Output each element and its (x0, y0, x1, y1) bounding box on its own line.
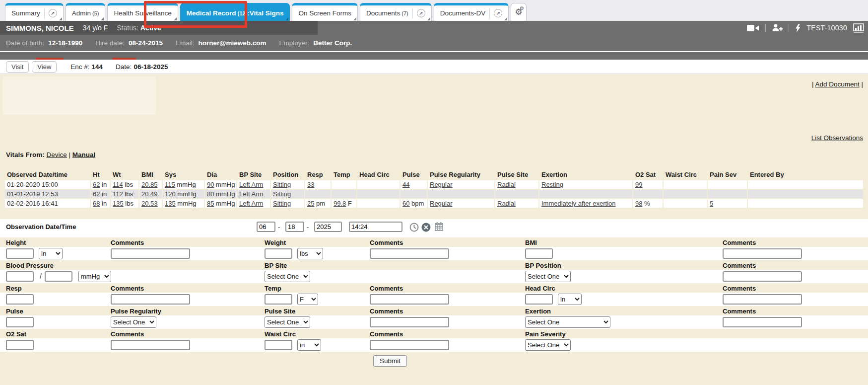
vitals-value-link[interactable]: 62 (93, 181, 100, 188)
vitals-value-link[interactable]: 120 (165, 190, 176, 198)
bp-site-select[interactable]: Select One (265, 271, 310, 282)
tab-documents[interactable]: Documents (7) ↗ (360, 3, 432, 21)
resp-input[interactable] (6, 294, 34, 305)
tab-medical-record-suffix: :Vital Signs (247, 9, 283, 17)
weight-unit-select[interactable]: lbs (297, 248, 323, 259)
vitals-value-link[interactable]: 115 (165, 181, 175, 188)
bp-diastolic-input[interactable] (45, 271, 72, 282)
obs-time-input[interactable] (349, 222, 402, 232)
tab-on-screen-forms[interactable]: On Screen Forms (292, 3, 358, 21)
vitals-value-link[interactable]: Sitting (273, 181, 291, 188)
add-person-icon[interactable] (772, 24, 783, 32)
bmi-input[interactable] (525, 248, 553, 259)
settings-gears-icon[interactable]: ⚙⚙ (511, 3, 527, 21)
vitals-value-link[interactable]: Regular (430, 200, 453, 207)
height-unit-select[interactable]: in (39, 248, 63, 259)
tab-medical-record-active[interactable]: Medical Record (12) :Vital Signs (180, 3, 290, 21)
manual-link[interactable]: Manual (72, 151, 96, 158)
vitals-value-link[interactable]: Left Arm (239, 181, 263, 188)
tab-summary[interactable]: Summary ↗ (5, 3, 64, 21)
vitals-value-link[interactable]: 44 (402, 181, 409, 188)
popout-icon[interactable]: ↗ (494, 9, 502, 17)
exertion-comments-input[interactable] (723, 317, 802, 327)
height-input[interactable] (6, 248, 34, 259)
obs-month-input[interactable] (257, 222, 275, 232)
pain-severity-select[interactable]: Select One (525, 339, 571, 351)
obs-year-input[interactable] (314, 222, 342, 232)
clock-icon[interactable] (409, 223, 419, 232)
vitals-col-header: BMI (139, 171, 163, 179)
pulse-input[interactable] (6, 317, 34, 327)
vitals-value-link[interactable]: Sitting (273, 190, 291, 198)
add-document-link[interactable]: Add Document (815, 80, 859, 88)
vitals-value-link[interactable]: 99 (635, 181, 642, 188)
list-observations-link[interactable]: List Observations (811, 134, 863, 142)
pulse-comments-input[interactable] (370, 317, 449, 327)
vitals-value-link[interactable]: 25 (307, 200, 314, 207)
obs-day-input[interactable] (285, 222, 304, 232)
vitals-value-link[interactable]: 20.85 (141, 181, 158, 188)
vitals-value-link[interactable]: 135 (113, 200, 124, 207)
chart-icon[interactable] (853, 23, 864, 33)
vitals-value-link[interactable]: 5 (710, 200, 713, 207)
vitals-value-link[interactable]: 90 (207, 181, 214, 188)
popout-icon[interactable]: ↗ (417, 9, 425, 17)
device-link[interactable]: Device (47, 151, 67, 158)
waist-circ-unit-select[interactable]: in (297, 339, 321, 351)
temp-input[interactable] (265, 294, 292, 305)
view-button[interactable]: View (32, 61, 57, 73)
vitals-value-link[interactable]: 68 (93, 200, 100, 207)
bp-position-select[interactable]: Select One (525, 271, 571, 282)
vitals-value-link[interactable]: 20.53 (141, 200, 158, 207)
vitals-value-link[interactable]: 33 (307, 181, 314, 188)
bp-systolic-input[interactable] (6, 271, 34, 282)
temp-comments-input[interactable] (370, 294, 449, 305)
vitals-value-link[interactable]: 114 (113, 181, 123, 188)
vitals-value-link[interactable]: Left Arm (239, 190, 263, 198)
temp-unit-select[interactable]: F (297, 294, 318, 305)
pulse-site-select[interactable]: Select One (265, 316, 310, 328)
vitals-value-link[interactable]: Left Arm (239, 200, 263, 207)
head-circ-input[interactable] (525, 294, 553, 305)
calendar-icon[interactable] (434, 222, 444, 231)
tab-documents-dv[interactable]: Documents-DV ↗ (434, 3, 509, 21)
weight-comments-input[interactable] (370, 248, 449, 259)
waist-circ-comments-input[interactable] (370, 340, 449, 350)
vitals-value-link[interactable]: Radial (497, 200, 516, 207)
vitals-value-link[interactable]: 62 (93, 190, 100, 198)
video-camera-icon[interactable] (747, 24, 759, 32)
vitals-value-link[interactable]: 98 (635, 200, 642, 207)
tab-health-surveillance[interactable]: Health Surveillance (107, 3, 178, 21)
popout-icon[interactable]: ↗ (49, 9, 57, 17)
bp-unit-select[interactable]: mmHg (78, 271, 111, 282)
resp-comments-input[interactable] (111, 294, 190, 305)
vitals-value-link[interactable]: Resting (541, 181, 563, 188)
clear-x-icon[interactable] (421, 223, 431, 232)
o2-sat-comments-input[interactable] (111, 340, 190, 350)
waist-circ-input[interactable] (265, 340, 292, 350)
vitals-value-link[interactable]: 99.8 (334, 200, 346, 207)
vitals-value-link[interactable]: Regular (430, 181, 453, 188)
visit-button[interactable]: Visit (6, 61, 29, 73)
lightning-bolt-icon[interactable] (795, 24, 801, 32)
bmi-comments-input[interactable] (723, 248, 802, 259)
height-comments-input[interactable] (111, 248, 190, 259)
vitals-value-link[interactable]: 80 (207, 190, 214, 198)
vitals-value-link[interactable]: Immediately after exertion (541, 200, 616, 207)
vitals-value-link[interactable]: 85 (207, 200, 214, 207)
submit-button[interactable]: Submit (373, 355, 407, 367)
o2-sat-input[interactable] (6, 340, 34, 350)
bp-comments-input[interactable] (723, 271, 802, 282)
vitals-value-link[interactable]: 112 (113, 190, 123, 198)
pulse-regularity-select[interactable]: Select One (111, 316, 156, 328)
vitals-value-link[interactable]: 135 (165, 200, 176, 207)
vitals-value-link[interactable]: 60 (402, 200, 409, 207)
weight-input[interactable] (265, 248, 292, 259)
vitals-value-link[interactable]: Sitting (273, 200, 291, 207)
head-circ-unit-select[interactable]: in (558, 294, 582, 305)
exertion-select[interactable]: Select One (525, 316, 610, 328)
vitals-value-link[interactable]: 20.49 (141, 190, 158, 198)
tab-admin[interactable]: Admin (5) (66, 3, 106, 21)
head-circ-comments-input[interactable] (723, 294, 802, 305)
vitals-value-link[interactable]: Radial (497, 181, 516, 188)
